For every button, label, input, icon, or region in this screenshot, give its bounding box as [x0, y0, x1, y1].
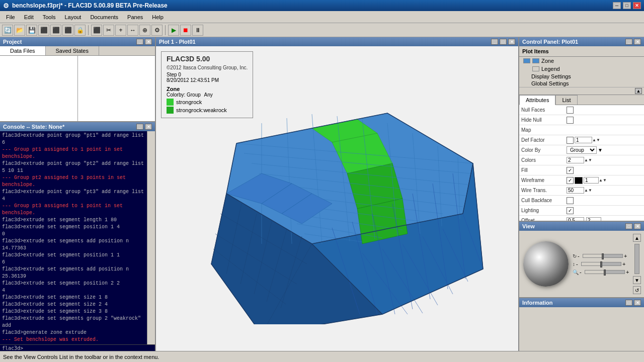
- maximize-button[interactable]: □: [623, 2, 631, 9]
- slider-track-3[interactable]: [585, 270, 625, 274]
- plot-minimize-btn[interactable]: _: [491, 39, 498, 45]
- wire-trans-spin-down[interactable]: ▼: [588, 188, 592, 193]
- info-close-btn[interactable]: ✕: [634, 300, 641, 306]
- def-factor-spin-up[interactable]: ▲: [592, 138, 596, 142]
- tree-sub-display-settings[interactable]: Display Settings: [521, 73, 642, 80]
- tree-item-legend[interactable]: Legend: [521, 65, 642, 73]
- legend-tree-label: Legend: [541, 66, 560, 72]
- slider-plus3[interactable]: +: [626, 269, 630, 275]
- toolbar-step[interactable]: ⬛: [50, 25, 61, 36]
- minimize-button[interactable]: ─: [613, 2, 621, 9]
- menu-tools[interactable]: Tools: [39, 13, 60, 21]
- toolbar-stop2[interactable]: ⏹: [180, 25, 191, 36]
- console-scrollbar[interactable]: [147, 131, 155, 344]
- control-close-btn[interactable]: ✕: [634, 39, 641, 45]
- plot-restore-btn[interactable]: □: [500, 39, 507, 45]
- color-by-select[interactable]: Group None Density: [567, 146, 597, 154]
- toolbar-stop[interactable]: ⬛: [38, 25, 49, 36]
- display-settings-label: Display Settings: [531, 73, 571, 79]
- toolbar-zoom[interactable]: ⊕: [139, 25, 150, 36]
- project-close-btn[interactable]: ✕: [145, 39, 152, 45]
- def-factor-check[interactable]: [567, 137, 574, 144]
- menu-file[interactable]: File: [2, 13, 19, 21]
- wireframe-color-swatch[interactable]: [575, 177, 583, 184]
- view-btn1[interactable]: □: [625, 223, 632, 229]
- menu-panes[interactable]: Panes: [123, 13, 147, 21]
- colors-spin-down[interactable]: ▼: [588, 158, 592, 162]
- v-slider-track[interactable]: [634, 244, 639, 274]
- collapse-btn[interactable]: ▲: [635, 88, 642, 94]
- slider-plus2[interactable]: +: [622, 261, 626, 267]
- fill-checkbox[interactable]: [567, 167, 574, 174]
- toolbar-move[interactable]: ↔: [127, 25, 138, 36]
- plot-close-btn[interactable]: ✕: [508, 39, 515, 45]
- eye-icon-zone2[interactable]: [532, 58, 539, 63]
- colors-input[interactable]: [567, 157, 584, 163]
- offset-v1-input[interactable]: [567, 217, 584, 221]
- hide-null-checkbox[interactable]: [567, 117, 574, 124]
- offset-v2-input[interactable]: [586, 217, 601, 221]
- toolbar-settings[interactable]: ⚙: [151, 25, 163, 36]
- slider-minus1[interactable]: -: [578, 253, 582, 259]
- cull-backface-checkbox[interactable]: [567, 197, 574, 204]
- project-minimize-btn[interactable]: _: [136, 39, 143, 45]
- tree-sub-global-settings[interactable]: Global Settings: [521, 80, 642, 87]
- null-faces-checkbox[interactable]: [567, 107, 574, 114]
- menu-edit[interactable]: Edit: [20, 13, 38, 21]
- eye-icon-zone[interactable]: [523, 58, 530, 63]
- console-minimize-btn[interactable]: _: [136, 124, 143, 130]
- colors-spin-up[interactable]: ▲: [584, 158, 588, 162]
- toolbar-run[interactable]: ⬛: [62, 25, 73, 36]
- view-up-btn[interactable]: ▲: [633, 234, 641, 242]
- toolbar-select[interactable]: ⬛: [91, 25, 102, 36]
- view-close-btn[interactable]: ✕: [634, 223, 641, 229]
- slider-track-1[interactable]: [583, 254, 623, 258]
- eye-icon-legend[interactable]: [532, 66, 539, 71]
- def-factor-input[interactable]: [575, 137, 592, 143]
- menu-layout[interactable]: Layout: [60, 13, 85, 21]
- toolbar-play[interactable]: ▶: [168, 25, 179, 36]
- menu-bar: File Edit Tools Layout Documents Panes H…: [0, 11, 644, 23]
- wireframe-spin-up[interactable]: ▲: [599, 178, 603, 183]
- attr-color-by: Color By Group None Density ▼: [519, 145, 644, 155]
- tab-attributes[interactable]: Attributes: [519, 95, 555, 105]
- toolbar-open[interactable]: 📂: [14, 25, 25, 36]
- control-minimize-btn[interactable]: _: [625, 39, 632, 45]
- wire-trans-input[interactable]: [567, 187, 584, 194]
- def-factor-spin-down[interactable]: ▼: [596, 138, 600, 142]
- lighting-checkbox[interactable]: [567, 207, 574, 214]
- tree-item-zone[interactable]: Zone: [521, 57, 642, 65]
- toolbar-new[interactable]: 🔄: [2, 25, 13, 36]
- view-down-btn[interactable]: ▼: [633, 276, 641, 284]
- console-input[interactable]: [24, 345, 153, 351]
- info-btn1[interactable]: □: [625, 300, 632, 306]
- toolbar-cut[interactable]: ✂: [103, 25, 114, 36]
- slider-minus2[interactable]: -: [576, 261, 580, 267]
- wireframe-input[interactable]: [584, 177, 599, 184]
- toolbar-lock[interactable]: 🔒: [74, 25, 86, 36]
- toolbar-save[interactable]: 💾: [26, 25, 37, 36]
- orientation-sphere[interactable]: [523, 241, 569, 287]
- tab-data-files[interactable]: Data Files: [0, 46, 46, 55]
- console-header: Console -- State: None* _ ✕: [0, 122, 155, 131]
- menu-documents[interactable]: Documents: [86, 13, 122, 21]
- attributes-content: Null Faces Hide Null Map Def Factor ▲ ▼: [519, 105, 644, 221]
- slider-track-2[interactable]: [581, 262, 621, 266]
- wire-trans-spin-up[interactable]: ▲: [584, 188, 588, 193]
- wireframe-spin-down[interactable]: ▼: [603, 178, 607, 183]
- console-close-btn[interactable]: ✕: [145, 124, 152, 130]
- slider-minus3[interactable]: -: [580, 269, 584, 275]
- tab-saved-states[interactable]: Saved States: [46, 46, 99, 55]
- console-output: flac3d>extrude point group "pt1" add ran…: [0, 131, 147, 344]
- menu-help[interactable]: Help: [148, 13, 168, 21]
- toolbar-add[interactable]: +: [115, 25, 126, 36]
- toolbar-pause[interactable]: ⏸: [192, 25, 203, 36]
- plot-content[interactable]: FLAC3D 5.00 ©2012 Itasca Consulting Grou…: [156, 46, 518, 351]
- wireframe-checkbox[interactable]: [567, 177, 574, 184]
- color-by-dropdown-icon: ▼: [598, 147, 603, 153]
- view-rotate-btn[interactable]: ↺: [633, 286, 641, 294]
- close-button[interactable]: ✕: [633, 2, 641, 9]
- slider-plus1[interactable]: +: [624, 253, 628, 259]
- attr-offset: Offset: [519, 216, 644, 221]
- tab-list[interactable]: List: [555, 95, 577, 105]
